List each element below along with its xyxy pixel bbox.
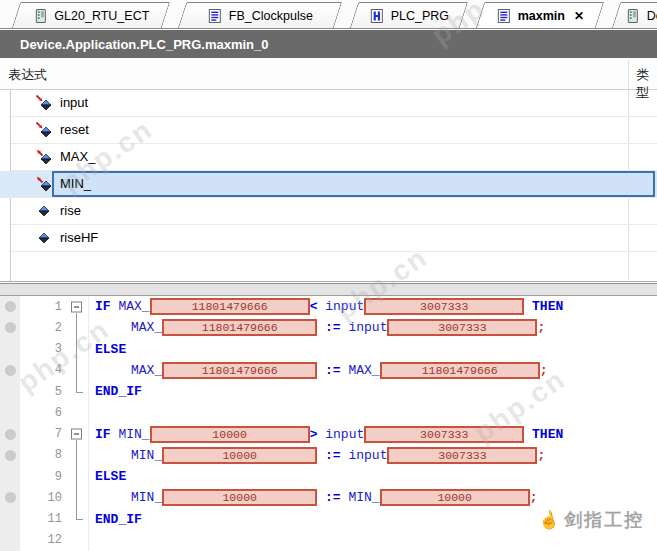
fold-margin	[66, 360, 89, 381]
selected-cell-box	[52, 171, 655, 197]
code-line-9[interactable]: 9ELSE	[0, 466, 657, 487]
code-line-10[interactable]: 10MIN_10000 := MIN_10000;	[0, 487, 657, 508]
variable-row-rise[interactable]: rise	[0, 198, 657, 225]
code-line-1[interactable]: 1IF MAX_11801479666< input3007333 THEN	[0, 296, 657, 317]
code-line-2[interactable]: 2MAX_11801479666 := input3007333;	[0, 317, 657, 338]
ide-window: GL20_RTU_ECTFB_ClockpulsePLC_PRGmaxmin✕D…	[0, 0, 657, 551]
code-keyword: IF	[95, 427, 118, 442]
monitored-value-box[interactable]: 3007333	[364, 298, 524, 315]
tab-label: De	[647, 9, 657, 23]
breakpoint-slot-dot	[5, 492, 16, 503]
declaration-pane: 表达式 类型 inputresetMAX_MIN_riseriseHF	[0, 58, 657, 282]
column-header-expression[interactable]: 表达式	[8, 66, 47, 84]
declaration-pane-border	[0, 281, 657, 282]
variable-row-max_[interactable]: MAX_	[0, 144, 657, 171]
code-operator: :=	[317, 448, 348, 463]
fold-margin	[66, 317, 89, 338]
variable-list: inputresetMAX_MIN_riseriseHF	[0, 90, 657, 252]
monitored-value-box[interactable]: 11801479666	[150, 298, 310, 315]
instance-path-text: Device.Application.PLC_PRG.maxmin_0	[20, 37, 269, 52]
tab-fb_clockpulse[interactable]: FB_Clockpulse	[178, 2, 342, 28]
fold-line	[76, 360, 77, 381]
variable-row-risehf[interactable]: riseHF	[0, 225, 657, 252]
breakpoint-margin[interactable]	[0, 381, 20, 402]
breakpoint-slot-dot	[5, 365, 16, 376]
code-line-12[interactable]: 12	[0, 530, 657, 551]
code-line-4[interactable]: 4MAX_11801479666 := MAX_11801479666;	[0, 360, 657, 381]
code-line-3[interactable]: 3ELSE	[0, 339, 657, 360]
code-operator: >	[310, 427, 318, 442]
monitored-value-box[interactable]: 10000	[162, 447, 317, 464]
code-operator: :=	[317, 320, 348, 335]
tab-label: FB_Clockpulse	[229, 9, 313, 23]
code-keyword: THEN	[524, 299, 563, 314]
variable-row-input[interactable]: input	[0, 90, 657, 117]
code-keyword: END_IF	[95, 512, 142, 527]
fold-line	[76, 509, 77, 520]
fold-collapse-button[interactable]	[71, 301, 82, 312]
fold-collapse-button[interactable]	[71, 429, 82, 440]
breakpoint-margin[interactable]	[0, 402, 20, 423]
fold-line	[76, 339, 77, 360]
breakpoint-margin[interactable]	[0, 509, 20, 530]
monitored-value-box[interactable]: 3007333	[387, 447, 537, 464]
line-number: 11	[20, 512, 66, 526]
fold-line	[76, 445, 77, 466]
monitored-value-box[interactable]: 10000	[162, 489, 317, 506]
fold-line	[76, 381, 77, 392]
line-number: 2	[20, 321, 66, 335]
tab-label: PLC_PRG	[391, 9, 449, 23]
monitored-value-box[interactable]: 3007333	[364, 426, 524, 443]
variable-row-reset[interactable]: reset	[0, 117, 657, 144]
fold-margin	[66, 424, 89, 445]
breakpoint-margin[interactable]	[0, 530, 20, 551]
code-text: MIN_10000 := MIN_10000;	[89, 489, 537, 506]
code-line-5[interactable]: 5END_IF	[0, 381, 657, 402]
fold-margin	[66, 466, 89, 487]
code-line-6[interactable]: 6	[0, 402, 657, 423]
tab-maxmin[interactable]: maxmin✕	[476, 2, 604, 28]
code-line-8[interactable]: 8MIN_10000 := input3007333;	[0, 445, 657, 466]
variable-name: MIN_	[60, 176, 91, 191]
code-operator: :=	[317, 490, 348, 505]
breakpoint-margin[interactable]	[0, 445, 20, 466]
code-identifier: MIN_	[131, 448, 162, 463]
line-number: 4	[20, 363, 66, 377]
fold-margin	[66, 339, 89, 360]
fold-margin	[66, 530, 89, 551]
variable-name: riseHF	[60, 230, 98, 245]
tab-gl20_rtu_ect[interactable]: GL20_RTU_ECT	[12, 2, 170, 28]
tab-de[interactable]: De	[612, 2, 657, 28]
code-identifier: MAX_	[131, 363, 162, 378]
fold-margin	[66, 445, 89, 466]
breakpoint-margin[interactable]	[0, 487, 20, 508]
pane-splitter[interactable]	[0, 283, 657, 296]
fold-margin	[66, 296, 89, 317]
pou-icon	[207, 8, 223, 24]
monitored-value-box[interactable]: 3007333	[387, 319, 537, 336]
breakpoint-margin[interactable]	[0, 360, 20, 381]
code-line-7[interactable]: 7IF MIN_10000> input3007333 THEN	[0, 424, 657, 445]
code-identifier: MAX_	[118, 299, 149, 314]
line-number: 8	[20, 448, 66, 462]
monitored-value-box[interactable]: 11801479666	[162, 362, 317, 379]
code-operator: <	[310, 299, 318, 314]
tab-plc_prg[interactable]: PLC_PRG	[350, 2, 468, 28]
breakpoint-margin[interactable]	[0, 424, 20, 445]
close-icon[interactable]: ✕	[574, 9, 584, 23]
variable-row-min_[interactable]: MIN_	[0, 171, 657, 198]
breakpoint-margin[interactable]	[0, 339, 20, 360]
breakpoint-margin[interactable]	[0, 317, 20, 338]
code-keyword: IF	[95, 299, 118, 314]
breakpoint-margin[interactable]	[0, 466, 20, 487]
pou-icon	[496, 8, 512, 24]
monitored-value-box[interactable]: 10000	[380, 489, 530, 506]
breakpoint-margin[interactable]	[0, 296, 20, 317]
breakpoint-slot-dot	[5, 322, 16, 333]
line-number: 5	[20, 385, 66, 399]
monitored-value-box[interactable]: 11801479666	[162, 319, 317, 336]
code-semicolon: ;	[530, 490, 538, 505]
code-text: IF MAX_11801479666< input3007333 THEN	[89, 298, 563, 315]
monitored-value-box[interactable]: 10000	[150, 426, 310, 443]
monitored-value-box[interactable]: 11801479666	[380, 362, 540, 379]
